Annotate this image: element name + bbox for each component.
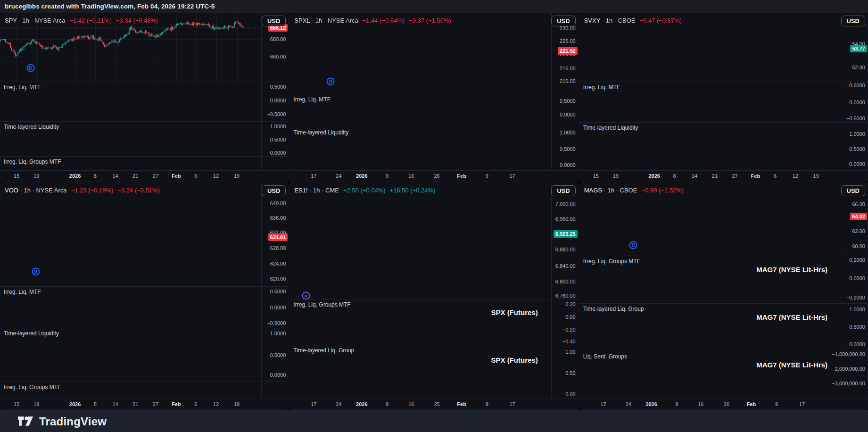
event-arrow-marker-icon[interactable]: » — [302, 291, 310, 299]
time-axis[interactable]: 151920268142127Feb61219 — [0, 399, 288, 409]
pane-liq: Irreg. Liq. MTF0.50000.0000−0.5000 — [580, 82, 868, 123]
symbol-legend[interactable]: SPXL · 1h · NYSE Arca−1.44 (−0.64%)−3.37… — [294, 17, 451, 24]
time-tick-label: 24 — [336, 401, 341, 407]
tradingview-logo-icon[interactable] — [17, 415, 34, 428]
axis-tick-label: 1.0000 — [849, 307, 865, 312]
legend-symbol[interactable]: SVXY — [584, 17, 600, 24]
indicator-label[interactable]: Irreg. Liq. Groups MTF — [4, 158, 61, 165]
currency-button[interactable]: USD — [841, 16, 865, 26]
time-tick-label: 8 — [673, 173, 676, 179]
currency-button[interactable]: USD — [262, 16, 286, 26]
time-tick-label: 12 — [793, 173, 798, 179]
dividend-marker-icon[interactable]: D — [26, 64, 34, 72]
indicator-label[interactable]: Time-layered Liquidity — [583, 125, 638, 131]
indicator-axis[interactable]: 0.50000.0000−0.5000 — [261, 287, 288, 328]
dividend-marker-icon[interactable]: D — [629, 241, 637, 249]
plot-area: Irreg. Liq. Groups MTF — [0, 382, 261, 399]
symbol-legend[interactable]: SPY · 1h · NYSE Arca−1.42 (−0.21%)−3.34 … — [5, 17, 158, 24]
indicator-label[interactable]: Irreg. Liq. Groups MTF — [583, 258, 640, 265]
plot-area: Irreg. Liq. Groups MTFMAG7 (NYSE Lit-Hrs… — [580, 256, 841, 303]
price-axis[interactable]: 640.00636.00632.00628.00624.00620.00631.… — [261, 183, 288, 286]
axis-tick-label: 0.0000 — [849, 161, 865, 167]
indicator-label[interactable]: Liq. Sent. Groups — [583, 353, 627, 360]
currency-button[interactable]: USD — [841, 185, 865, 196]
legend-symbol[interactable]: MAGS — [584, 187, 602, 194]
symbol-legend[interactable]: MAGS · 1h · CBOE−0.99 (−1.52%) — [584, 187, 684, 194]
tradingview-logo-text[interactable]: TradingView — [39, 415, 107, 428]
time-axis[interactable]: 151920268142127Feb61219 — [580, 171, 868, 181]
symbol-legend[interactable]: ES1! · 1h · CME+2.50 (+0.04%)+16.50 (+0.… — [294, 187, 435, 194]
currency-button[interactable]: USD — [551, 16, 575, 26]
time-tick-label: 17 — [311, 173, 316, 179]
axis-tick-label: 6,840.00 — [555, 263, 576, 269]
indicator-axis[interactable] — [261, 157, 288, 170]
pane-tll: Time-layered Liquidity1.00000.50000.0000 — [290, 127, 578, 171]
legend-interval-exchange: · 1h · NYSE Arca — [310, 17, 358, 24]
indicator-axis[interactable]: 0.50000.0000−0.5000 — [261, 82, 288, 121]
indicator-axis[interactable]: 1.000.500.00 — [551, 345, 578, 399]
axis-tick-label: 1.0000 — [849, 131, 865, 137]
symbol-legend[interactable]: VOO · 1h · NYSE Arca−1.23 (−0.19%)−3.24 … — [5, 187, 160, 194]
time-tick-label: 9 — [386, 173, 389, 179]
axis-tick-label: 0.2000 — [849, 257, 865, 263]
axis-tick-label: 0.0000 — [270, 150, 286, 156]
pane-price: USDVOO · 1h · NYSE Arca−1.23 (−0.19%)−3.… — [0, 183, 288, 287]
pane-tll: Time-layered Liq. GroupSPX (Futures)1.00… — [290, 345, 578, 399]
indicator-label[interactable]: Time-layered Liquidity — [293, 129, 348, 136]
legend-symbol[interactable]: VOO — [5, 187, 18, 194]
indicator-label[interactable]: Time-layered Liq. Group — [293, 347, 354, 354]
chart-panel-voo: USDVOO · 1h · NYSE Arca−1.23 (−0.19%)−3.… — [0, 183, 289, 410]
indicator-axis[interactable]: 1.00000.50000.0000 — [261, 122, 288, 156]
indicator-axis[interactable] — [261, 382, 288, 399]
indicator-axis[interactable]: 1.00000.50000.0000 — [841, 123, 868, 170]
time-tick-label: Feb — [751, 173, 761, 179]
indicator-axis[interactable]: 1.00000.50000.0000 — [551, 127, 578, 170]
time-axis[interactable]: 1724202691626Feb917 — [580, 399, 868, 409]
axis-tick-label: 660.00 — [270, 54, 286, 59]
axis-tick-label: 636.00 — [270, 215, 286, 221]
time-tick-label: 17 — [509, 401, 515, 407]
dividend-marker-icon[interactable]: D — [32, 268, 40, 276]
indicator-label[interactable]: Time-layered Liquidity — [4, 330, 59, 337]
currency-button[interactable]: USD — [262, 185, 286, 196]
time-tick-label: 24 — [336, 173, 341, 179]
axis-tick-label: 66.00 — [852, 201, 865, 207]
indicator-label[interactable]: Irreg. Liq. MTF — [4, 289, 41, 295]
axis-tick-label: 680.00 — [270, 36, 286, 42]
indicator-label[interactable]: Irreg. Liq. MTF — [583, 84, 620, 91]
indicator-label[interactable]: Irreg. Liq. MTF — [4, 84, 41, 91]
time-tick-label: 9 — [775, 401, 778, 407]
legend-symbol[interactable]: SPY — [5, 17, 17, 24]
indicator-axis[interactable]: 0.50000.0000−0.5000 — [841, 82, 868, 122]
indicator-label[interactable]: Irreg. Liq. Groups MTF — [293, 301, 350, 308]
indicator-axis[interactable]: 0.50000.0000 — [551, 94, 578, 127]
legend-interval-exchange: · 1h · CME — [308, 187, 339, 194]
chart-grid: USDSPY · 1h · NYSE Arca−1.42 (−0.21%)−3.… — [0, 13, 868, 410]
indicator-axis[interactable]: −1,000,000.00−2,000,000.00−3,000,000.00 — [841, 351, 868, 399]
chart-panel-es1: USDES1! · 1h · CME+2.50 (+0.04%)+16.50 (… — [289, 183, 578, 410]
axis-tick-label: −1,000,000.00 — [832, 351, 865, 357]
indicator-axis[interactable]: 0.200.00−0.20−0.40 — [551, 299, 578, 345]
time-tick-label: Feb — [172, 173, 181, 179]
indicator-label[interactable]: Time-layered Liquidity — [4, 124, 59, 130]
dividend-marker-icon[interactable]: D — [327, 78, 335, 86]
indicator-label[interactable]: Time-layered Liq. Group — [583, 306, 644, 312]
indicator-axis[interactable]: 0.20000.0000−0.2000 — [841, 256, 868, 303]
pane-label: Irreg. Liq. Groups MTF — [0, 157, 288, 171]
indicator-axis[interactable]: 1.00000.50000.0000 — [261, 328, 288, 382]
time-tick-label: 14 — [692, 173, 697, 179]
time-axis[interactable]: 1724202691625Feb917 — [290, 399, 578, 409]
time-axis[interactable]: 1724202691626Feb917 — [290, 171, 578, 181]
indicator-label[interactable]: Irreg. Liq. MTF — [293, 96, 331, 103]
time-axis[interactable]: 151920268142127Feb61219 — [0, 171, 288, 181]
indicator-label[interactable]: Irreg. Liq. Groups MTF — [4, 384, 61, 390]
symbol-legend[interactable]: SVXY · 1h · CBOE−0.47 (−0.87%) — [584, 17, 682, 24]
indicator-axis[interactable]: 1.00000.50000.0000 — [841, 304, 868, 351]
axis-tick-label: 0.5000 — [270, 137, 286, 142]
legend-symbol[interactable]: ES1! — [294, 187, 307, 194]
price-axis[interactable]: 7,000.006,960.006,880.006,840.006,800.00… — [551, 183, 578, 299]
time-tick-label: 26 — [434, 173, 439, 179]
plot-area: VOO · 1h · NYSE Arca−1.23 (−0.19%)−3.24 … — [0, 183, 261, 286]
legend-symbol[interactable]: SPXL — [294, 17, 310, 24]
currency-button[interactable]: USD — [551, 185, 575, 196]
